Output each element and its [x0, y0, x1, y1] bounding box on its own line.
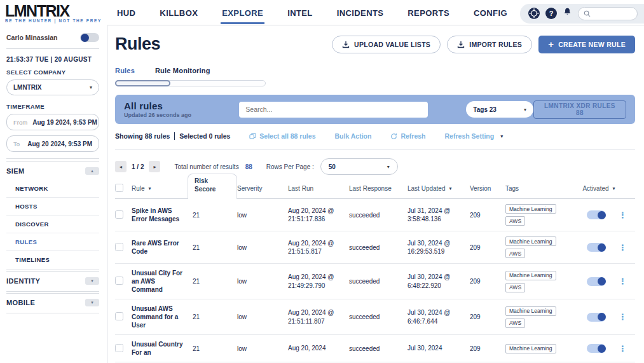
table-row[interactable]: Unusual City For an AWS Command 21 low A… — [115, 264, 635, 299]
nav-item-explore[interactable]: EXPLORE — [221, 3, 264, 24]
previous-page-button[interactable]: ◂ — [115, 161, 127, 172]
row-checkbox[interactable] — [115, 277, 123, 285]
global-search-input[interactable] — [594, 10, 632, 17]
sort-caret-icon[interactable]: ▾ — [149, 186, 151, 191]
tab-rules[interactable]: Rules — [115, 67, 135, 74]
select-all-checkbox[interactable] — [115, 184, 123, 192]
last-updated: Jul 30, 2024 — [408, 344, 470, 353]
row-checkbox[interactable] — [115, 312, 123, 320]
refresh-setting-dropdown[interactable]: Refresh Setting ▾ — [445, 132, 504, 140]
row-menu-icon[interactable]: ⋮ — [619, 211, 629, 219]
total-results-label: Total number of results — [174, 163, 238, 170]
nav-item-config[interactable]: CONFIG — [472, 3, 509, 24]
sidebar-section-identity[interactable]: IDENTITY ▾ — [6, 271, 99, 290]
column-header-tags[interactable]: Tags — [505, 185, 579, 192]
row-checkbox[interactable] — [115, 344, 123, 352]
rule-name[interactable]: Spike in AWS Error Messages — [132, 207, 193, 223]
chevron-up-icon[interactable]: ▴ — [85, 167, 99, 175]
column-header-severity[interactable]: Serverity — [237, 185, 288, 192]
chevron-down-icon[interactable]: ▾ — [85, 277, 99, 285]
notifications-icon[interactable] — [563, 7, 572, 20]
tags-cell: Machine Learning AWS — [505, 236, 579, 258]
table-row[interactable]: Spike in AWS Error Messages 21 low Aug 2… — [115, 199, 635, 231]
rule-name[interactable]: Unusual Country For an — [132, 340, 193, 357]
rule-name[interactable]: Unusual City For an AWS Command — [132, 269, 193, 294]
nav-item-incidents[interactable]: INCIDENTS — [336, 3, 385, 24]
import-rules-button[interactable]: IMPORT RULES — [447, 36, 532, 53]
sidebar-item-discover[interactable]: DISCOVER — [6, 215, 99, 233]
timeframe-to-field[interactable]: To Aug 20 2024, 9:53 PM — [6, 135, 99, 152]
activated-toggle[interactable] — [587, 313, 606, 322]
help-icon[interactable]: ? — [545, 8, 557, 19]
column-header-last-updated[interactable]: Last Updated — [408, 185, 446, 192]
last-response: succeeded — [349, 345, 408, 352]
row-menu-icon[interactable]: ⋮ — [619, 313, 629, 321]
user-status-toggle[interactable] — [80, 33, 99, 42]
chevron-down-icon: ▾ — [90, 85, 92, 90]
column-header-activated[interactable]: Activated — [582, 185, 608, 192]
row-menu-icon[interactable]: ⋮ — [619, 243, 629, 252]
column-header-risk-score[interactable]: Risk Secore — [188, 174, 237, 199]
column-header-rule[interactable]: Rule — [132, 185, 145, 192]
row-menu-icon[interactable]: ⋮ — [619, 277, 629, 285]
rows-per-page-select[interactable]: 50 ▾ — [320, 158, 398, 175]
support-icon[interactable] — [528, 8, 540, 19]
select-all-link[interactable]: Select all 88 rules — [249, 132, 315, 140]
last-response: succeeded — [349, 313, 408, 320]
next-page-button[interactable]: ▸ — [149, 161, 160, 172]
create-new-rule-button[interactable]: + CREATE NEW RULE — [538, 36, 635, 53]
lmntrix-logo[interactable]: LMNTRIX BE THE HUNTER | NOT THE PREY — [5, 4, 107, 23]
rows-per-page-label: Rows Per Page : — [266, 163, 314, 170]
nav-item-reports[interactable]: REPORTS — [406, 3, 451, 24]
company-select[interactable]: LMNTRIX ▾ — [6, 79, 99, 95]
column-header-version[interactable]: Version — [470, 185, 505, 192]
table-row[interactable]: Unusual Country For an 21 low Aug 20, 20… — [115, 335, 635, 362]
upload-value-lists-button[interactable]: UPLOAD VALUE LISTS — [332, 36, 441, 53]
last-updated: Jul 30, 2024 @ 6:48:22.920 — [408, 273, 470, 290]
row-checkbox[interactable] — [115, 210, 123, 219]
activated-toggle[interactable] — [587, 243, 606, 252]
sidebar-item-timelines[interactable]: TIMELINES — [6, 250, 99, 268]
column-header-last-run[interactable]: Last Run — [288, 185, 349, 192]
activated-toggle[interactable] — [587, 210, 606, 219]
sidebar-item-rules[interactable]: RULES — [6, 233, 99, 250]
rules-search-input[interactable] — [239, 102, 428, 118]
nav-item-hud[interactable]: HUD — [116, 3, 137, 24]
row-checkbox[interactable] — [115, 243, 123, 251]
tab-rule-monitoring[interactable]: Rule Monitoring — [155, 67, 210, 74]
risk-score: 21 — [193, 313, 237, 320]
activated-toggle[interactable] — [587, 277, 606, 286]
lmntrix-xdr-rules-button[interactable]: LMNTRIX XDR RULES 88 — [533, 100, 626, 119]
sort-caret-icon[interactable]: ▾ — [613, 186, 615, 191]
sidebar-section-mobile[interactable]: MOBILE ▾ — [6, 293, 99, 312]
horizontal-scrollbar[interactable] — [115, 80, 266, 86]
row-menu-icon[interactable]: ⋮ — [619, 345, 629, 353]
scrollbar-handle[interactable] — [115, 80, 170, 86]
activated-toggle[interactable] — [587, 344, 606, 353]
tag-chip: Machine Learning — [505, 344, 556, 353]
rule-name[interactable]: Unusual AWS Command for a User — [132, 305, 193, 329]
rule-name[interactable]: Rare AWS Error Code — [132, 239, 193, 256]
user-name: Carlo Minassian — [6, 34, 58, 41]
tag-chip: AWS — [505, 249, 525, 258]
chevron-down-icon[interactable]: ▾ — [85, 299, 99, 306]
timeframe-from-field[interactable]: From Aug 19 2024, 9:53 PM — [6, 114, 99, 130]
column-header-last-response[interactable]: Last Response — [349, 185, 408, 192]
sort-caret-icon[interactable]: ▾ — [449, 186, 452, 191]
refresh-link[interactable]: Refresh — [390, 132, 425, 140]
logo-text: LMNTRIX — [5, 4, 107, 18]
table-row[interactable]: Unusual AWS Command for a User 21 low Au… — [115, 299, 635, 335]
bulk-action-link[interactable]: Bulk Action — [334, 132, 371, 140]
table-row[interactable]: Rare AWS Error Code 21 low Aug 20, 2024 … — [115, 231, 635, 264]
sidebar-section-siem[interactable]: SIEM ▴ — [6, 161, 99, 180]
nav-item-killbox[interactable]: KILLBOX — [158, 3, 199, 24]
sidebar-item-network[interactable]: NETWORK — [6, 180, 99, 197]
total-results-value: 88 — [245, 163, 252, 170]
tags-dropdown[interactable]: Tags 23 ▾ — [466, 101, 533, 118]
nav-item-intel[interactable]: INTEL — [286, 3, 314, 24]
last-run: Aug 20, 2024 @ 21:49:29.790 — [288, 273, 349, 290]
sidebar-item-hosts[interactable]: HOSTS — [6, 197, 99, 215]
tag-chip: AWS — [505, 318, 525, 328]
global-search[interactable] — [578, 7, 638, 20]
table-header-row: Rule▾ Risk Secore Serverity Last Run Las… — [115, 177, 635, 199]
